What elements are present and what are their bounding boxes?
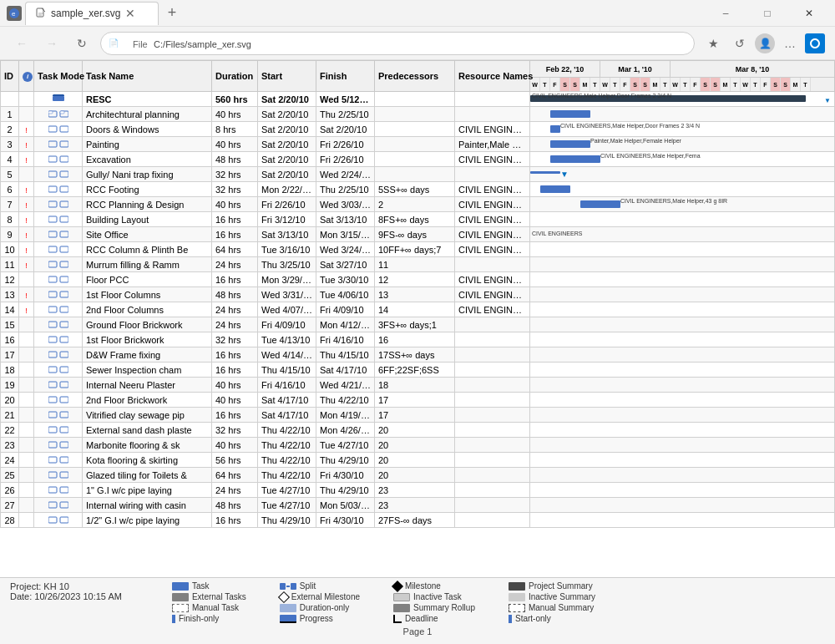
row-finish: Wed 3/24/10 xyxy=(316,242,375,257)
svg-rect-8 xyxy=(48,111,53,114)
row-resource xyxy=(455,453,530,468)
browser-tab[interactable]: sample_xer.svg ✕ xyxy=(25,2,159,25)
row-chart xyxy=(530,408,835,423)
window-controls: – □ ✕ xyxy=(706,0,828,27)
row-mode xyxy=(34,513,83,528)
day-M1: M xyxy=(580,78,590,91)
svg-rect-41 xyxy=(48,352,57,357)
day-M3: M xyxy=(721,78,731,91)
legend-deadline-icon xyxy=(393,615,402,623)
row-finish: Sat 3/27/10 xyxy=(316,257,375,272)
legend-milestone-label: Milestone xyxy=(405,581,441,591)
row-finish: Sat 3/13/10 xyxy=(316,212,375,227)
row-duration: 24 hrs xyxy=(212,483,258,498)
maximize-button[interactable]: □ xyxy=(748,0,787,27)
day-M2: M xyxy=(650,78,660,91)
day-T2: T xyxy=(590,78,600,91)
legend-startonly-label: Start-only xyxy=(515,614,551,623)
svg-rect-24 xyxy=(60,216,68,222)
critical-flag: ! xyxy=(25,261,28,270)
gantt-header: ID i Task Mode Task Name Duration Start … xyxy=(1,61,835,92)
row-chart xyxy=(530,498,835,513)
row-mode xyxy=(34,167,83,182)
row-pred: 12 xyxy=(375,272,455,287)
svg-rect-43 xyxy=(48,367,57,373)
row-mode xyxy=(34,152,83,167)
row-name: Ground Floor Brickwork xyxy=(83,317,212,332)
row-pred: 17 xyxy=(375,408,455,423)
row-name: Sewer Inspection cham xyxy=(83,363,212,378)
row-info: ! xyxy=(19,152,34,167)
svg-rect-46 xyxy=(60,382,68,388)
row-resource xyxy=(455,317,530,332)
new-tab-button[interactable]: + xyxy=(162,3,182,23)
date-group-3: Mar 8, '10 xyxy=(671,61,834,77)
legend-duration-icon xyxy=(280,604,296,612)
svg-rect-30 xyxy=(60,261,68,267)
day-T1: T xyxy=(540,78,550,91)
legend-external-tasks: External Tasks xyxy=(172,592,246,601)
favorites-button[interactable]: ★ xyxy=(701,32,725,55)
legend-manualsummary-icon xyxy=(509,604,525,612)
row-pred: 20 xyxy=(375,468,455,483)
row-pred: 11 xyxy=(375,257,455,272)
row-finish: Mon 4/26/10 xyxy=(316,423,375,438)
row-name: Building Layout xyxy=(83,212,212,227)
row-resource xyxy=(455,423,530,438)
row-id: 1 xyxy=(1,107,19,122)
footer: Project: KH 10 Date: 10/26/2023 10:15 AM… xyxy=(0,577,835,644)
address-field[interactable]: File C:/Files/sample_xer.svg xyxy=(100,32,695,55)
svg-rect-27 xyxy=(48,246,57,252)
svg-rect-40 xyxy=(60,337,68,342)
back-button[interactable]: ← xyxy=(10,32,33,55)
row-pred: 20 xyxy=(375,423,455,438)
table-row: 2 ! Doors & Windows 8 hr xyxy=(1,122,835,137)
row-chart xyxy=(530,513,835,528)
forward-button[interactable]: → xyxy=(40,32,63,55)
row-duration: 16 hrs xyxy=(212,227,258,242)
tab-close-button[interactable]: ✕ xyxy=(125,8,135,19)
row-finish: Fri 4/16/10 xyxy=(316,332,375,347)
footer-page: Page 1 xyxy=(10,626,825,636)
table-row: 28 1/2" G.I w/c pipe laying 16 hrs Thu 4… xyxy=(1,513,835,528)
row-chart xyxy=(530,393,835,408)
svg-marker-6 xyxy=(53,94,64,96)
row-duration: 40 hrs xyxy=(212,137,258,152)
svg-rect-13 xyxy=(48,141,57,147)
table-row: 6 ! RCC Footing 32 hrs xyxy=(1,182,835,197)
day-W1: W xyxy=(530,78,540,91)
row-finish: Fri 4/30/10 xyxy=(316,468,375,483)
row-chart xyxy=(530,287,835,302)
svg-rect-37 xyxy=(48,322,57,327)
row-info: ! xyxy=(19,197,34,212)
row-id: 20 xyxy=(1,393,19,408)
row-info xyxy=(19,393,34,408)
row-chart xyxy=(530,332,835,347)
legend-progress-icon xyxy=(280,615,296,623)
legend-manual-icon xyxy=(172,604,189,612)
svg-rect-56 xyxy=(60,457,68,463)
row-finish: Sat 4/17/10 xyxy=(316,363,375,378)
row-chart: CIVIL ENGINEERS,Male Helper,Fema xyxy=(530,152,835,167)
day-F1: F xyxy=(550,78,560,91)
close-button[interactable]: ✕ xyxy=(790,0,828,27)
row-start: Thu 4/29/10 xyxy=(258,513,316,528)
day-S4: S xyxy=(640,78,650,91)
day-F4: F xyxy=(761,78,771,91)
row-duration: 16 hrs xyxy=(212,347,258,363)
row-mode xyxy=(34,92,83,107)
refresh-favorites-button[interactable]: ↺ xyxy=(728,32,752,55)
legend-ext-label: External Tasks xyxy=(192,592,246,601)
minimize-button[interactable]: – xyxy=(706,0,745,27)
row-pred: 9FS-∞ days xyxy=(375,227,455,242)
table-row: 24 Kota flooring & skirting 56 hrs Thu 4… xyxy=(1,453,835,468)
critical-flag: ! xyxy=(25,201,28,210)
svg-rect-64 xyxy=(60,517,68,523)
profile-avatar[interactable]: 👤 xyxy=(755,33,775,53)
row-info: ! xyxy=(19,242,34,257)
settings-button[interactable]: … xyxy=(778,32,802,55)
svg-rect-59 xyxy=(48,487,57,493)
reload-button[interactable]: ↻ xyxy=(70,32,94,55)
row-start: Mon 3/29/10 xyxy=(258,272,316,287)
row-mode xyxy=(34,438,83,453)
